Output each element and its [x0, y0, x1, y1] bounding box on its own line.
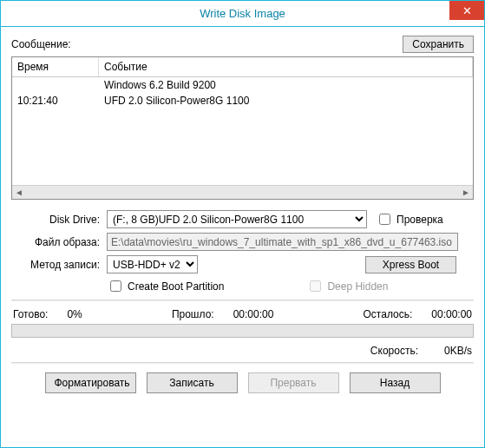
horizontal-scrollbar[interactable]: ◄ ► — [12, 185, 473, 199]
close-icon: ✕ — [462, 4, 472, 17]
image-file-label: Файл образа: — [11, 236, 107, 248]
verify-checkbox-input[interactable] — [379, 214, 390, 225]
ready-label: Готово: — [13, 308, 48, 320]
elapsed-value: 00:00:00 — [233, 308, 274, 320]
progress-bar — [11, 324, 474, 338]
deep-hidden-label: Deep Hidden — [327, 280, 388, 293]
close-button[interactable]: ✕ — [449, 1, 484, 20]
speed-label: Скорость: — [370, 345, 418, 357]
log-cell-event: Windows 6.2 Build 9200 — [99, 77, 473, 93]
elapsed-label: Прошло: — [172, 308, 214, 320]
log-row[interactable]: 10:21:40 UFD 2.0 Silicon-Power8G 1100 — [12, 93, 473, 109]
log-listview[interactable]: Время Событие Windows 6.2 Build 9200 10:… — [11, 56, 474, 200]
divider — [11, 362, 474, 364]
disk-drive-label: Disk Drive: — [11, 214, 107, 226]
log-row[interactable]: Windows 6.2 Build 9200 — [12, 77, 473, 93]
divider — [11, 300, 474, 301]
button-row: Форматировать Записать Прервать Назад — [11, 372, 474, 393]
abort-button: Прервать — [248, 372, 339, 393]
messages-label: Сообщение: — [11, 38, 71, 50]
create-boot-partition-input[interactable] — [110, 280, 121, 292]
log-cell-time: 10:21:40 — [12, 93, 99, 109]
create-boot-partition-label: Create Boot Partition — [128, 280, 224, 293]
disk-drive-select[interactable]: (F:, 8 GB)UFD 2.0 Silicon-Power8G 1100 — [107, 210, 367, 228]
log-col-time[interactable]: Время — [12, 57, 99, 76]
verify-checkbox-label: Проверка — [397, 214, 443, 226]
log-cell-event: UFD 2.0 Silicon-Power8G 1100 — [99, 93, 473, 109]
write-method-select[interactable]: USB-HDD+ v2 — [107, 255, 198, 273]
verify-checkbox[interactable]: Проверка — [376, 211, 443, 227]
write-button[interactable]: Записать — [147, 372, 238, 393]
deep-hidden-input — [310, 280, 321, 292]
log-cell-time — [12, 77, 99, 93]
log-body: Windows 6.2 Build 9200 10:21:40 UFD 2.0 … — [12, 77, 473, 185]
back-button[interactable]: Назад — [350, 372, 441, 393]
write-method-label: Метод записи: — [11, 259, 107, 271]
scroll-track[interactable] — [26, 186, 459, 199]
scroll-left-icon[interactable]: ◄ — [12, 186, 26, 199]
image-file-field — [107, 233, 458, 251]
window-title: Write Disk Image — [200, 7, 285, 20]
deep-hidden-checkbox: Deep Hidden — [306, 278, 388, 294]
scroll-right-icon[interactable]: ► — [459, 186, 473, 199]
log-header: Время Событие — [12, 57, 473, 77]
xpress-boot-button[interactable]: Xpress Boot — [365, 256, 456, 273]
create-boot-partition-checkbox[interactable]: Create Boot Partition — [107, 278, 224, 294]
format-button[interactable]: Форматировать — [45, 372, 136, 393]
ready-value: 0% — [67, 308, 82, 320]
status-row: Готово: 0% Прошло: 00:00:00 Осталось: 00… — [13, 308, 472, 320]
remain-label: Осталось: — [364, 308, 413, 320]
speed-value: 0KB/s — [444, 345, 472, 357]
log-col-event[interactable]: Событие — [99, 57, 473, 76]
remain-value: 00:00:00 — [431, 308, 472, 320]
save-button[interactable]: Сохранить — [403, 36, 474, 53]
titlebar: Write Disk Image ✕ — [1, 1, 484, 27]
